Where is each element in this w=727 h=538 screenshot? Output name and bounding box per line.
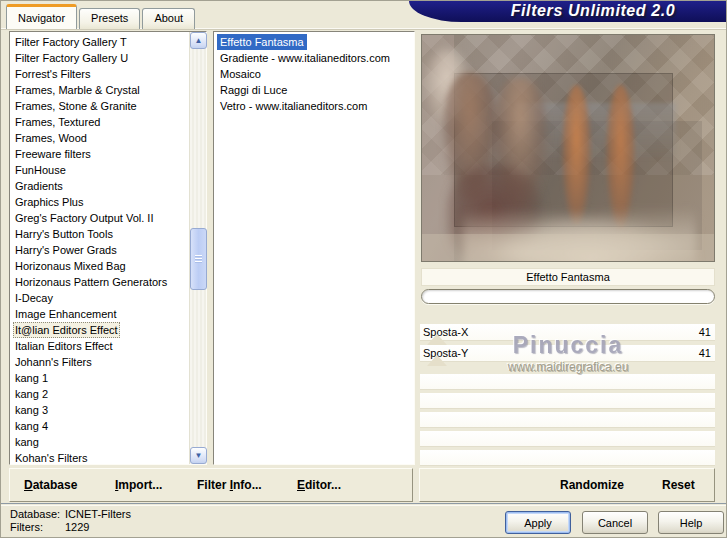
category-item[interactable]: kang 3	[13, 402, 189, 418]
category-item-label: Harry's Button Tools	[13, 226, 115, 242]
filter-item[interactable]: Vetro - www.italianeditors.com	[217, 98, 414, 114]
category-item-label: Horizonaus Pattern Generators	[13, 274, 169, 290]
slider-row-sposta-y[interactable]: Sposta-Y41	[420, 345, 715, 362]
category-item-label: kang 4	[13, 418, 50, 434]
scroll-down-icon[interactable]: ▼	[190, 447, 207, 464]
category-item[interactable]: I-Decay	[13, 290, 189, 306]
category-item-label: It@lian Editors Effect	[13, 322, 120, 338]
category-item-label: Frames, Wood	[13, 130, 89, 146]
filter-item-label: Vetro - www.italianeditors.com	[217, 98, 370, 114]
slider-slot-empty	[420, 450, 715, 466]
category-item[interactable]: Harry's Power Grads	[13, 242, 189, 258]
category-item[interactable]: kang 1	[13, 370, 189, 386]
filter-list: Effetto FantasmaGradiente - www.italiane…	[214, 32, 414, 114]
bottom-divider	[1, 503, 726, 506]
filter-item-label: Gradiente - www.italianeditors.com	[217, 50, 393, 66]
category-item[interactable]: Frames, Wood	[13, 130, 189, 146]
help-button[interactable]: Help	[658, 511, 724, 534]
category-list-panel: Filter Factory Gallery TFilter Factory G…	[9, 31, 207, 465]
progress-bar	[421, 289, 715, 304]
filters-unlimited-dialog: Filters Unlimited 2.0 NavigatorPresetsAb…	[0, 0, 727, 538]
slider-row-sposta-x[interactable]: Sposta-X41	[420, 324, 715, 341]
category-item[interactable]: Forrest's Filters	[13, 66, 189, 82]
slider-stack: Sposta-X41Sposta-Y41	[420, 324, 715, 469]
category-item[interactable]: Italian Editors Effect	[13, 338, 189, 354]
category-item-label: Kohan's Filters	[13, 450, 89, 464]
category-item-label: Horizonaus Mixed Bag	[13, 258, 128, 274]
category-item-label: Johann's Filters	[13, 354, 94, 370]
category-item[interactable]: kang 4	[13, 418, 189, 434]
editor-button[interactable]: Editor...	[297, 478, 341, 492]
filter-caption: Effetto Fantasma	[421, 268, 715, 286]
filter-list-panel: Effetto FantasmaGradiente - www.italiane…	[213, 31, 415, 465]
category-item[interactable]: Graphics Plus	[13, 194, 189, 210]
category-item-label: kang 2	[13, 386, 50, 402]
category-item[interactable]: Horizonaus Pattern Generators	[13, 274, 189, 290]
slider-slot-empty	[420, 431, 715, 447]
status-filters-value: 1229	[65, 521, 89, 534]
category-item-label: kang	[13, 434, 41, 450]
toolbar-right: RandomizeReset	[419, 468, 715, 502]
category-item[interactable]: Harry's Button Tools	[13, 226, 189, 242]
category-item[interactable]: Frames, Stone & Granite	[13, 98, 189, 114]
category-scrollbar[interactable]: ▲ ▼	[189, 32, 206, 464]
category-item[interactable]: Frames, Marble & Crystal	[13, 82, 189, 98]
import-button[interactable]: Import...	[115, 478, 162, 492]
category-item-label: FunHouse	[13, 162, 68, 178]
slider-thumb-icon[interactable]	[427, 334, 447, 345]
category-item-label: Harry's Power Grads	[13, 242, 119, 258]
category-item-label: Freeware filters	[13, 146, 93, 162]
category-item-label: Italian Editors Effect	[13, 338, 115, 354]
category-item[interactable]: Frames, Textured	[13, 114, 189, 130]
tab-about[interactable]: About	[142, 8, 195, 29]
scroll-up-icon[interactable]: ▲	[190, 32, 207, 49]
filter-item[interactable]: Raggi di Luce	[217, 82, 414, 98]
category-item[interactable]: kang 2	[13, 386, 189, 402]
filter-item[interactable]: Effetto Fantasma	[217, 34, 414, 50]
category-item[interactable]: kang	[13, 434, 189, 450]
scrollbar-thumb[interactable]	[190, 228, 207, 290]
category-item[interactable]: It@lian Editors Effect	[13, 322, 189, 338]
category-item-label: Frames, Stone & Granite	[13, 98, 139, 114]
category-item[interactable]: Freeware filters	[13, 146, 189, 162]
category-item-label: Frames, Textured	[13, 114, 102, 130]
filter-info-button[interactable]: Filter Info...	[197, 478, 262, 492]
slider-slot-empty	[420, 393, 715, 409]
category-item[interactable]: Filter Factory Gallery U	[13, 50, 189, 66]
category-item-label: Gradients	[13, 178, 65, 194]
status-database-value: ICNET-Filters	[65, 508, 131, 521]
category-list: Filter Factory Gallery TFilter Factory G…	[10, 32, 189, 464]
category-item[interactable]: Greg's Factory Output Vol. II	[13, 210, 189, 226]
tab-presets[interactable]: Presets	[79, 8, 140, 29]
filter-item[interactable]: Mosaico	[217, 66, 414, 82]
tab-bar: NavigatorPresetsAbout	[6, 4, 197, 29]
slider-value: 41	[699, 324, 711, 341]
slider-thumb-icon[interactable]	[427, 355, 447, 366]
apply-button[interactable]: Apply	[505, 511, 571, 534]
randomize-button[interactable]: Randomize	[560, 478, 624, 492]
category-item[interactable]: Filter Factory Gallery T	[13, 34, 189, 50]
filter-item-label: Effetto Fantasma	[217, 34, 307, 50]
category-item-label: Frames, Marble & Crystal	[13, 82, 142, 98]
tab-navigator[interactable]: Navigator	[6, 4, 77, 29]
slider-slot-empty	[420, 412, 715, 428]
database-button[interactable]: Database	[24, 478, 77, 492]
status-database-label: Database:	[10, 508, 65, 521]
category-item[interactable]: Image Enhancement	[13, 306, 189, 322]
cancel-button[interactable]: Cancel	[582, 511, 648, 534]
category-item[interactable]: Gradients	[13, 178, 189, 194]
filter-item[interactable]: Gradiente - www.italianeditors.com	[217, 50, 414, 66]
filter-item-label: Raggi di Luce	[217, 82, 290, 98]
category-item-label: Greg's Factory Output Vol. II	[13, 210, 155, 226]
category-item[interactable]: Kohan's Filters	[13, 450, 189, 464]
category-item-label: Image Enhancement	[13, 306, 119, 322]
category-item[interactable]: FunHouse	[13, 162, 189, 178]
reset-button[interactable]: Reset	[662, 478, 695, 492]
category-item-label: Forrest's Filters	[13, 66, 92, 82]
category-item[interactable]: Horizonaus Mixed Bag	[13, 258, 189, 274]
category-item[interactable]: Johann's Filters	[13, 354, 189, 370]
slider-slots-gap	[420, 366, 715, 374]
title-banner: Filters Unlimited 2.0	[409, 1, 726, 22]
preview-art-bottomlight	[422, 234, 714, 261]
slider-value: 41	[699, 345, 711, 362]
